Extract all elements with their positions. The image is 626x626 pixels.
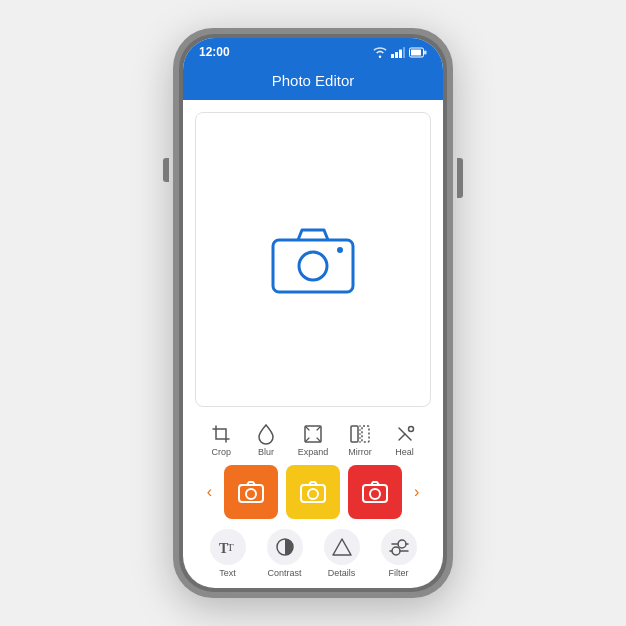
details-tool-icon — [324, 529, 360, 565]
crop-label: Crop — [212, 447, 232, 457]
svg-rect-5 — [411, 49, 421, 55]
svg-marker-26 — [333, 539, 351, 555]
blur-label: Blur — [258, 447, 274, 457]
text-label: Text — [219, 568, 236, 578]
svg-point-9 — [337, 247, 343, 253]
svg-point-8 — [299, 252, 327, 280]
svg-point-30 — [392, 547, 400, 555]
heal-tool[interactable]: Heal — [392, 423, 418, 457]
expand-icon — [300, 423, 326, 445]
text-tool-icon: T T — [210, 529, 246, 565]
filter-label: Filter — [389, 568, 409, 578]
app-title: Photo Editor — [272, 72, 355, 89]
carousel-items — [224, 465, 402, 519]
carousel-left-arrow[interactable]: ‹ — [203, 479, 216, 505]
app-header: Photo Editor — [183, 66, 443, 100]
svg-text:T: T — [227, 541, 234, 553]
svg-rect-11 — [351, 426, 358, 442]
signal-icon — [391, 47, 405, 58]
tools-row: Crop Blur — [183, 419, 443, 459]
svg-rect-6 — [424, 50, 427, 54]
carousel-item-orange[interactable] — [224, 465, 278, 519]
svg-rect-1 — [395, 52, 398, 58]
volume-button — [163, 158, 169, 182]
svg-rect-3 — [403, 47, 405, 58]
svg-point-20 — [308, 489, 318, 499]
carousel-row: ‹ — [183, 459, 443, 525]
heal-label: Heal — [395, 447, 414, 457]
svg-line-15 — [399, 434, 405, 440]
carousel-item-red[interactable] — [348, 465, 402, 519]
expand-tool[interactable]: Expand — [298, 423, 329, 457]
phone-inner: 12:00 — [179, 34, 447, 592]
contrast-label: Contrast — [267, 568, 301, 578]
svg-rect-2 — [399, 49, 402, 58]
mirror-icon — [347, 423, 373, 445]
filter-tool[interactable]: Filter — [381, 529, 417, 578]
text-tool[interactable]: T T Text — [210, 529, 246, 578]
expand-label: Expand — [298, 447, 329, 457]
svg-rect-12 — [362, 426, 369, 442]
screen: 12:00 — [183, 38, 443, 588]
contrast-tool-icon — [267, 529, 303, 565]
carousel-right-arrow[interactable]: › — [410, 479, 423, 505]
blur-icon — [253, 423, 279, 445]
crop-tool[interactable]: Crop — [208, 423, 234, 457]
svg-point-18 — [246, 489, 256, 499]
filter-tool-icon — [381, 529, 417, 565]
carousel-item-yellow[interactable] — [286, 465, 340, 519]
battery-icon — [409, 47, 427, 58]
svg-rect-0 — [391, 54, 394, 58]
camera-placeholder-icon — [268, 222, 358, 297]
status-bar: 12:00 — [183, 38, 443, 66]
phone-frame: 12:00 — [173, 28, 453, 598]
svg-point-27 — [398, 540, 406, 548]
status-time: 12:00 — [199, 45, 230, 59]
crop-icon — [208, 423, 234, 445]
bottom-tools: T T Text Contrast — [183, 525, 443, 588]
power-button — [457, 158, 463, 198]
svg-point-16 — [408, 427, 413, 432]
blur-tool[interactable]: Blur — [253, 423, 279, 457]
contrast-tool[interactable]: Contrast — [267, 529, 303, 578]
status-icons — [373, 47, 427, 58]
heal-icon — [392, 423, 418, 445]
wifi-icon — [373, 47, 387, 58]
mirror-tool[interactable]: Mirror — [347, 423, 373, 457]
details-label: Details — [328, 568, 356, 578]
mirror-label: Mirror — [348, 447, 372, 457]
svg-point-22 — [370, 489, 380, 499]
photo-canvas[interactable] — [195, 112, 431, 407]
details-tool[interactable]: Details — [324, 529, 360, 578]
